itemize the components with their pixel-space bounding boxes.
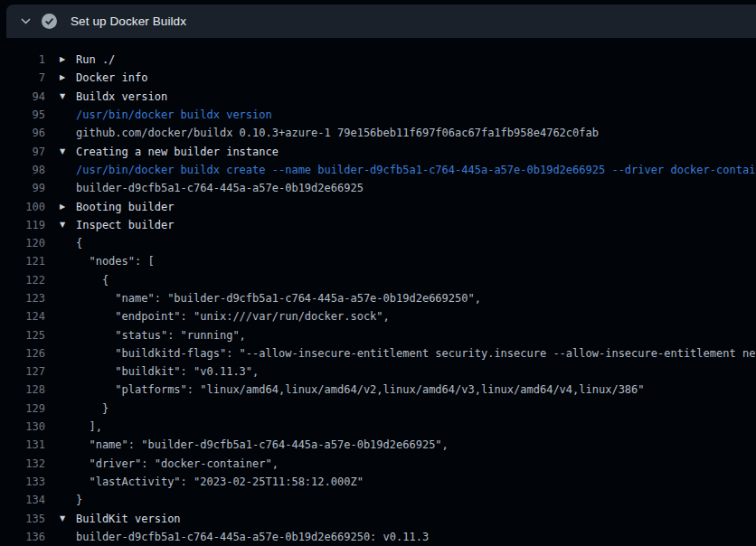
line-number[interactable]: 124 bbox=[0, 310, 45, 323]
line-number[interactable]: 128 bbox=[0, 383, 45, 396]
log-output-text: "nodes": [ bbox=[76, 255, 155, 268]
line-number[interactable]: 122 bbox=[0, 274, 45, 287]
log-line-row: 123 "name": "builder-d9cfb5a1-c764-445a-… bbox=[0, 289, 756, 307]
log-output-text: "buildkitd-flags": "--allow-insecure-ent… bbox=[76, 347, 756, 360]
log-group-row[interactable]: 119▼Inspect builder bbox=[0, 216, 756, 234]
line-number[interactable]: 94 bbox=[0, 90, 45, 103]
line-number[interactable]: 119 bbox=[0, 219, 45, 231]
line-number[interactable]: 127 bbox=[0, 365, 45, 378]
line-number[interactable]: 136 bbox=[0, 531, 45, 543]
log-lines-container: 1▶Run ./7▶Docker info94▼Buildx version95… bbox=[0, 51, 756, 546]
line-number[interactable]: 120 bbox=[0, 237, 45, 249]
log-output-text: builder-d9cfb5a1-c764-445a-a57e-0b19d2e6… bbox=[76, 182, 364, 194]
log-group-title: Inspect builder bbox=[76, 219, 174, 231]
log-output-text: github.com/docker/buildx 0.10.3+azure-1 … bbox=[76, 127, 599, 139]
triangle-right-icon[interactable]: ▶ bbox=[45, 203, 76, 211]
log-output-text: "status": "running", bbox=[76, 329, 246, 342]
log-group-title: Creating a new builder instance bbox=[76, 146, 279, 158]
log-output-text: "name": "builder-d9cfb5a1-c764-445a-a57e… bbox=[76, 438, 449, 451]
line-number[interactable]: 99 bbox=[0, 182, 45, 194]
log-output-text: } bbox=[76, 402, 109, 415]
check-circle-icon bbox=[42, 14, 57, 29]
log-line-row: 96github.com/docker/buildx 0.10.3+azure-… bbox=[0, 124, 756, 142]
log-output-text: "driver": "docker-container", bbox=[76, 457, 279, 470]
log-group-row[interactable]: 7▶Docker info bbox=[0, 69, 756, 87]
log-line-row: 129 } bbox=[0, 400, 756, 418]
log-command-text: /usr/bin/docker buildx version bbox=[76, 108, 272, 121]
log-command-text: /usr/bin/docker buildx create --name bui… bbox=[76, 164, 756, 176]
log-line-row: 127 "buildkit": "v0.11.3", bbox=[0, 362, 756, 381]
triangle-down-icon[interactable]: ▼ bbox=[45, 148, 76, 155]
triangle-down-icon[interactable]: ▼ bbox=[45, 221, 76, 229]
step-header[interactable]: Set up Docker Buildx bbox=[6, 5, 756, 38]
line-number[interactable]: 98 bbox=[0, 164, 45, 176]
log-line-row: 98/usr/bin/docker buildx create --name b… bbox=[0, 161, 756, 179]
triangle-down-icon[interactable]: ▼ bbox=[45, 515, 76, 522]
log-content: 1▶Run ./7▶Docker info94▼Buildx version95… bbox=[0, 38, 756, 546]
triangle-down-icon[interactable]: ▼ bbox=[45, 93, 76, 100]
log-line-row: 122 { bbox=[0, 271, 756, 289]
log-group-title: Run ./ bbox=[76, 53, 115, 66]
line-number[interactable]: 134 bbox=[0, 494, 45, 506]
log-line-row: 132 "driver": "docker-container", bbox=[0, 455, 756, 473]
log-group-title: Booting builder bbox=[76, 201, 174, 213]
line-number[interactable]: 132 bbox=[0, 457, 45, 470]
line-number[interactable]: 135 bbox=[0, 513, 45, 525]
log-line-row: 131 "name": "builder-d9cfb5a1-c764-445a-… bbox=[0, 436, 756, 454]
log-group-title: Docker info bbox=[76, 71, 147, 84]
log-line-row: 95/usr/bin/docker buildx version bbox=[0, 106, 756, 124]
chevron-down-icon[interactable] bbox=[19, 15, 32, 28]
log-line-row: 126 "buildkitd-flags": "--allow-insecure… bbox=[0, 344, 756, 362]
line-number[interactable]: 126 bbox=[0, 347, 45, 360]
log-line-row: 99builder-d9cfb5a1-c764-445a-a57e-0b19d2… bbox=[0, 179, 756, 197]
line-number[interactable]: 130 bbox=[0, 420, 45, 433]
log-output-text: { bbox=[76, 274, 109, 287]
actions-log-viewer: { "header": { "title": "Set up Docker Bu… bbox=[0, 0, 756, 546]
line-number[interactable]: 131 bbox=[0, 438, 45, 451]
line-number[interactable]: 129 bbox=[0, 402, 45, 415]
line-number[interactable]: 96 bbox=[0, 127, 45, 139]
line-number[interactable]: 125 bbox=[0, 329, 45, 342]
log-output-text: ], bbox=[76, 420, 102, 433]
line-number[interactable]: 95 bbox=[0, 108, 45, 121]
log-output-text: "lastActivity": "2023-02-25T11:58:12.000… bbox=[76, 475, 364, 488]
line-number[interactable]: 123 bbox=[0, 292, 45, 305]
line-number[interactable]: 97 bbox=[0, 146, 45, 158]
triangle-right-icon[interactable]: ▶ bbox=[45, 56, 76, 63]
line-number[interactable]: 133 bbox=[0, 475, 45, 488]
log-group-row[interactable]: 1▶Run ./ bbox=[0, 51, 756, 69]
triangle-right-icon[interactable]: ▶ bbox=[45, 74, 76, 81]
log-line-row: 121 "nodes": [ bbox=[0, 252, 756, 270]
log-line-row: 136builder-d9cfb5a1-c764-445a-a57e-0b19d… bbox=[0, 528, 756, 546]
line-number[interactable]: 7 bbox=[0, 71, 45, 84]
log-output-text: "platforms": "linux/amd64,linux/amd64/v2… bbox=[76, 383, 645, 396]
log-output-text: builder-d9cfb5a1-c764-445a-a57e-0b19d2e6… bbox=[76, 531, 429, 543]
line-number[interactable]: 100 bbox=[0, 201, 45, 213]
step-title: Set up Docker Buildx bbox=[71, 14, 186, 28]
log-line-row: 125 "status": "running", bbox=[0, 325, 756, 344]
line-number[interactable]: 1 bbox=[0, 53, 45, 66]
log-group-row[interactable]: 97▼Creating a new builder instance bbox=[0, 142, 756, 160]
log-group-row[interactable]: 135▼BuildKit version bbox=[0, 509, 756, 527]
log-group-row[interactable]: 100▶Booting builder bbox=[0, 197, 756, 215]
log-output-text: "endpoint": "unix:///var/run/docker.sock… bbox=[76, 310, 390, 323]
log-output-text: "buildkit": "v0.11.3", bbox=[76, 365, 259, 378]
log-line-row: 130 ], bbox=[0, 418, 756, 436]
log-output-text: "name": "builder-d9cfb5a1-c764-445a-a57e… bbox=[76, 292, 481, 305]
line-number[interactable]: 121 bbox=[0, 255, 45, 268]
log-line-row: 120{ bbox=[0, 234, 756, 252]
log-line-row: 133 "lastActivity": "2023-02-25T11:58:12… bbox=[0, 473, 756, 491]
log-group-row[interactable]: 94▼Buildx version bbox=[0, 88, 756, 106]
log-line-row: 124 "endpoint": "unix:///var/run/docker.… bbox=[0, 307, 756, 325]
log-line-row: 128 "platforms": "linux/amd64,linux/amd6… bbox=[0, 381, 756, 399]
log-line-row: 134} bbox=[0, 491, 756, 509]
log-group-title: Buildx version bbox=[76, 90, 167, 103]
log-output-text: } bbox=[76, 494, 82, 506]
log-group-title: BuildKit version bbox=[76, 513, 181, 525]
log-output-text: { bbox=[76, 237, 82, 249]
